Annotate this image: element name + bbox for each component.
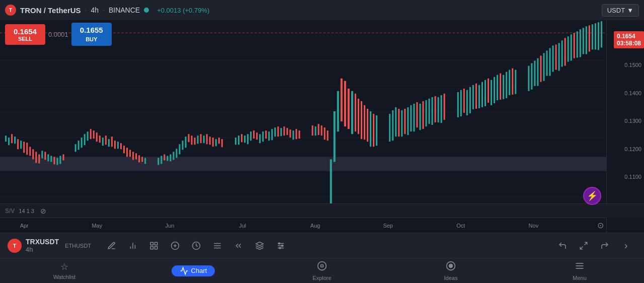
svg-rect-91	[283, 126, 285, 135]
svg-rect-121	[398, 109, 399, 136]
chart-type-button[interactable]	[122, 235, 143, 256]
svg-rect-64	[191, 135, 193, 145]
indicator-bar: S/V 14 1 3 ⊘	[0, 203, 644, 218]
toolbar: T TRXUSDT 4h ETHUSDT	[0, 233, 644, 258]
svg-rect-141	[469, 87, 471, 113]
svg-rect-152	[503, 75, 504, 99]
svg-rect-33	[87, 131, 89, 140]
buy-button[interactable]: 0.1655 BUY	[71, 23, 112, 46]
flash-circle[interactable]: ⚡	[583, 187, 601, 205]
svg-rect-187	[155, 242, 157, 245]
svg-rect-63	[188, 134, 190, 142]
svg-rect-128	[419, 104, 421, 130]
chart-icon-bg: Chart	[172, 265, 215, 276]
svg-rect-75	[235, 137, 236, 145]
svg-line-205	[580, 246, 583, 249]
svg-rect-61	[182, 140, 184, 150]
svg-rect-80	[250, 131, 252, 140]
svg-rect-156	[515, 70, 516, 94]
svg-rect-48	[132, 152, 134, 160]
replay-button[interactable]	[186, 235, 207, 256]
svg-rect-115	[370, 111, 371, 147]
settings-button[interactable]	[270, 235, 291, 256]
compare-button[interactable]	[207, 235, 228, 256]
svg-rect-89	[277, 126, 279, 136]
svg-rect-149	[494, 77, 495, 103]
svg-rect-142	[472, 85, 474, 109]
svg-rect-146	[485, 80, 486, 106]
candles-sep	[389, 94, 445, 142]
svg-rect-68	[203, 135, 205, 143]
drawing-tool-button[interactable]	[101, 235, 122, 256]
menu-label: Menu	[573, 275, 587, 281]
indicator-eye-icon[interactable]: ⊘	[40, 207, 46, 215]
svg-rect-162	[543, 53, 544, 81]
svg-rect-138	[460, 90, 462, 116]
layers-button[interactable]	[249, 235, 270, 256]
svg-rect-70	[209, 136, 211, 145]
svg-rect-97	[312, 125, 313, 135]
svg-rect-55	[164, 154, 165, 160]
svg-rect-159	[534, 61, 535, 86]
currency-selector[interactable]: USDT ▼	[602, 4, 639, 17]
svg-rect-41	[111, 136, 113, 147]
svg-rect-177	[589, 25, 590, 51]
time-apr: Apr	[20, 223, 29, 229]
svg-point-202	[282, 245, 283, 246]
fullscreen-button[interactable]	[573, 235, 594, 256]
nav-watchlist[interactable]: ☆ Watchlist	[0, 258, 129, 283]
watchlist-icon: ☆	[60, 261, 68, 272]
nav-explore[interactable]: Explore	[258, 258, 386, 283]
spread-value: 0.0001	[48, 31, 68, 38]
svg-rect-179	[595, 23, 596, 49]
toolbar-timeframe: 4h	[26, 246, 59, 253]
candles-nov	[528, 21, 602, 91]
rewind-button[interactable]	[228, 235, 249, 256]
svg-rect-66	[197, 135, 199, 144]
svg-rect-135	[441, 95, 442, 123]
nav-chart[interactable]: Chart	[129, 258, 258, 283]
svg-rect-29	[75, 144, 76, 152]
svg-rect-150	[497, 75, 498, 100]
sub-symbol: ETHUSDT	[65, 243, 91, 249]
sell-button[interactable]: 0.1654 SELL	[5, 24, 45, 45]
add-indicator-button[interactable]	[165, 235, 186, 256]
svg-rect-46	[126, 148, 128, 157]
nav-menu[interactable]: Menu	[515, 258, 644, 283]
flash-area[interactable]: ⚡	[583, 187, 601, 205]
svg-rect-94	[292, 130, 294, 139]
layout-button[interactable]	[143, 235, 165, 256]
svg-rect-28	[63, 154, 64, 160]
svg-rect-133	[435, 96, 436, 122]
svg-rect-36	[96, 132, 98, 142]
svg-rect-188	[150, 246, 153, 249]
explore-label: Explore	[312, 275, 331, 281]
svg-rect-65	[194, 137, 196, 145]
svg-rect-32	[84, 134, 86, 145]
undo-button[interactable]	[552, 235, 573, 256]
scroll-icon[interactable]: ⊙	[597, 221, 604, 230]
svg-rect-167	[558, 43, 560, 70]
more-button[interactable]: ›	[615, 235, 636, 256]
svg-rect-74	[221, 139, 223, 147]
svg-rect-79	[247, 134, 249, 144]
redo-button[interactable]	[594, 235, 615, 256]
svg-rect-16	[26, 143, 28, 155]
svg-rect-73	[218, 137, 220, 144]
nav-ideas[interactable]: Ideas	[386, 258, 515, 283]
svg-rect-99	[318, 124, 319, 135]
svg-rect-101	[324, 127, 326, 139]
buy-price: 0.1655	[80, 26, 103, 34]
svg-rect-67	[200, 134, 202, 143]
price-axis: 0.1654 03:58:08 0.1700 0.1500 0.1400 0.1…	[606, 0, 644, 233]
svg-rect-38	[102, 137, 104, 146]
svg-rect-157	[528, 66, 529, 91]
svg-rect-77	[241, 134, 243, 142]
svg-rect-27	[59, 156, 61, 164]
svg-rect-171	[571, 34, 572, 60]
svg-rect-49	[135, 153, 137, 159]
svg-rect-71	[212, 137, 214, 147]
svg-rect-81	[253, 130, 255, 138]
svg-rect-113	[364, 105, 365, 139]
svg-rect-12	[14, 136, 16, 144]
